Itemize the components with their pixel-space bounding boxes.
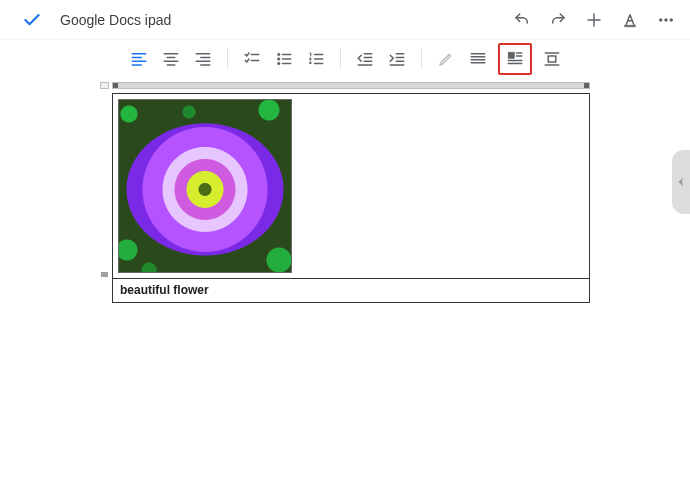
horizontal-ruler[interactable] xyxy=(112,82,590,89)
text-format-icon[interactable] xyxy=(616,6,644,34)
bulleted-list-icon[interactable] xyxy=(272,47,296,71)
more-menu-icon[interactable] xyxy=(652,6,680,34)
redo-icon[interactable] xyxy=(544,6,572,34)
svg-rect-7 xyxy=(508,52,514,58)
document-title[interactable]: Google Docs ipad xyxy=(60,12,171,28)
indent-increase-icon[interactable] xyxy=(385,47,409,71)
image-break-text-icon[interactable] xyxy=(540,47,564,71)
svg-point-3 xyxy=(670,18,673,21)
svg-point-4 xyxy=(277,53,279,55)
image-inline-icon[interactable] xyxy=(466,47,490,71)
checklist-icon[interactable] xyxy=(240,47,264,71)
side-panel-handle[interactable] xyxy=(672,150,690,214)
app-header: Google Docs ipad xyxy=(0,0,690,40)
ruler-corner xyxy=(100,82,109,89)
svg-point-5 xyxy=(277,58,279,60)
svg-point-2 xyxy=(665,18,668,21)
image-wrap-text-icon[interactable] xyxy=(498,43,532,75)
format-toolbar xyxy=(0,40,690,78)
table-cell-caption[interactable]: beautiful flower xyxy=(113,279,589,302)
vertical-ruler[interactable] xyxy=(100,93,109,303)
align-left-icon[interactable] xyxy=(127,47,151,71)
undo-icon[interactable] xyxy=(508,6,536,34)
svg-point-1 xyxy=(659,18,662,21)
indent-decrease-icon[interactable] xyxy=(353,47,377,71)
document-canvas: beautiful flower xyxy=(0,82,690,303)
align-center-icon[interactable] xyxy=(159,47,183,71)
svg-point-6 xyxy=(277,62,279,64)
align-right-icon[interactable] xyxy=(191,47,215,71)
document-image[interactable] xyxy=(118,99,292,273)
toolbar-separator xyxy=(340,49,341,69)
svg-rect-8 xyxy=(548,56,556,62)
done-check-icon[interactable] xyxy=(18,6,46,34)
numbered-list-icon[interactable] xyxy=(304,47,328,71)
edit-pencil-icon[interactable] xyxy=(434,47,458,71)
document-page[interactable]: beautiful flower xyxy=(112,93,590,303)
table-cell-image[interactable] xyxy=(113,94,589,279)
toolbar-separator xyxy=(421,49,422,69)
svg-rect-0 xyxy=(625,25,636,27)
toolbar-separator xyxy=(227,49,228,69)
insert-plus-icon[interactable] xyxy=(580,6,608,34)
